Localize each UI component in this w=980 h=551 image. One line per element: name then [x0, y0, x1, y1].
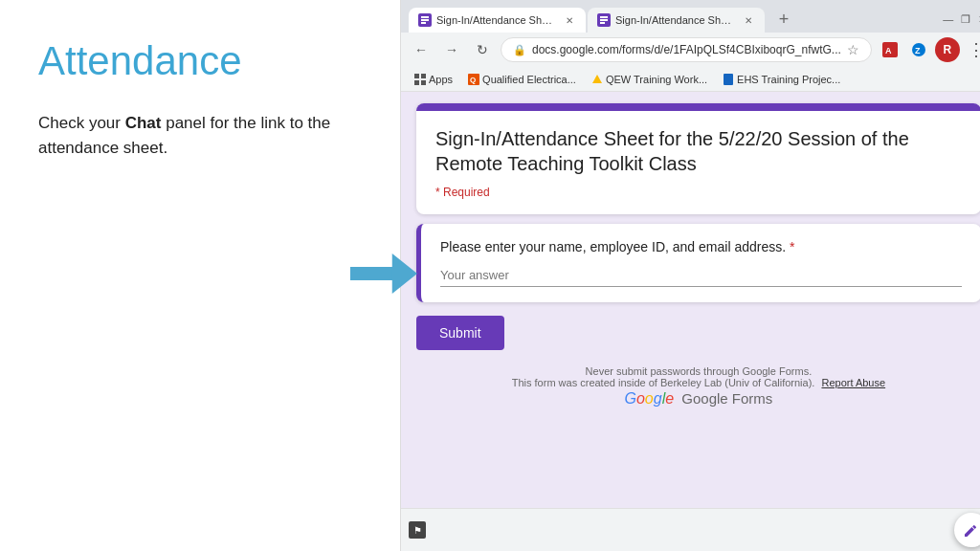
address-text: docs.google.com/forms/d/e/1FAIpQLSf4CBIx… [532, 43, 841, 56]
svg-text:Q: Q [470, 76, 476, 84]
more-options-button[interactable]: ⋮ [964, 37, 980, 62]
svg-rect-7 [600, 22, 605, 24]
left-panel: Attendance Check your Chat panel for the… [0, 0, 400, 551]
back-button[interactable]: ← [409, 37, 434, 62]
svg-rect-13 [421, 74, 426, 78]
toolbar-icons: A Z R ⋮ [878, 37, 980, 62]
form-title: Sign-In/Attendance Sheet for the 5/22/20… [435, 126, 962, 176]
browser-panel: Sign-In/Attendance Sheet for th... ✕ Sig… [400, 0, 980, 551]
browser-content: Sign-In/Attendance Sheet for the 5/22/20… [401, 92, 980, 508]
browser-tabs: Sign-In/Attendance Sheet for th... ✕ Sig… [409, 6, 935, 33]
svg-marker-18 [592, 75, 602, 83]
svg-rect-4 [421, 22, 426, 24]
svg-rect-6 [600, 19, 608, 21]
svg-rect-0 [350, 267, 394, 280]
svg-rect-15 [421, 80, 426, 85]
tab-close-1[interactable]: ✕ [563, 13, 576, 27]
bookmarks-bar: Apps Q Qualified Electrica... QEW Traini… [401, 68, 980, 92]
forward-button[interactable]: → [439, 37, 464, 62]
svg-rect-2 [421, 16, 429, 18]
svg-rect-3 [421, 19, 429, 21]
pencil-icon [963, 521, 980, 539]
minimize-button[interactable]: — [943, 13, 954, 25]
bottom-bar: ⚑ [401, 508, 980, 551]
right-arrow-icon [350, 253, 417, 295]
browser-titlebar: Sign-In/Attendance Sheet for th... ✕ Sig… [401, 0, 980, 33]
footer-warning: Never submit passwords through Google Fo… [416, 365, 980, 377]
svg-marker-1 [392, 253, 417, 294]
address-bar[interactable]: 🔒 docs.google.com/forms/d/e/1FAIpQLSf4CB… [501, 37, 872, 62]
bookmark-electrical[interactable]: Q Qualified Electrica... [462, 72, 582, 87]
page-title: Attendance [38, 38, 371, 84]
new-tab-button[interactable]: + [770, 6, 797, 33]
svg-rect-19 [724, 74, 733, 85]
lock-icon: 🔒 [513, 44, 526, 56]
bookmark-star-icon[interactable]: ☆ [847, 42, 859, 57]
question-card: Please enter your name, employee ID, and… [416, 224, 980, 302]
submit-button[interactable]: Submit [416, 316, 504, 350]
svg-text:A: A [885, 46, 892, 55]
browser-tab-2[interactable]: Sign-In/Attendance Sheet for th... ✕ [588, 8, 765, 33]
user-avatar[interactable]: R [935, 37, 960, 62]
form-footer: Never submit passwords through Google Fo… [416, 364, 980, 411]
bookmark-qew[interactable]: QEW Training Work... [586, 72, 713, 87]
reload-button[interactable]: ↻ [470, 37, 495, 62]
bookmark-apps[interactable]: Apps [409, 72, 458, 87]
footer-info: This form was created inside of Berkeley… [416, 377, 980, 388]
bookmark-doc-icon [723, 74, 734, 85]
question-label: Please enter your name, employee ID, and… [440, 239, 962, 254]
question-required-marker: * [790, 239, 794, 254]
apps-icon [414, 74, 426, 85]
report-abuse-link[interactable]: Report Abuse [821, 377, 885, 388]
tab-label-2: Sign-In/Attendance Sheet for th... [615, 14, 737, 26]
drive-icon [591, 74, 603, 85]
submit-section: Submit [416, 312, 980, 354]
form-card-body: Sign-In/Attendance Sheet for the 5/22/20… [416, 111, 980, 214]
arrow-container [350, 253, 417, 298]
bookmark-ehs[interactable]: EHS Training Projec... [717, 72, 846, 87]
browser-addressbar: ← → ↻ 🔒 docs.google.com/forms/d/e/1FAIpQ… [401, 33, 980, 68]
google-forms-logo: Google Google Forms [416, 390, 980, 408]
tab-icon-2 [597, 13, 611, 27]
acrobat-icon[interactable]: A [878, 37, 902, 62]
tab-close-2[interactable]: ✕ [742, 13, 755, 27]
maximize-button[interactable]: ❐ [960, 13, 971, 25]
form-header-card: Sign-In/Attendance Sheet for the 5/22/20… [416, 103, 980, 214]
browser-tab-1[interactable]: Sign-In/Attendance Sheet for th... ✕ [409, 8, 586, 33]
extension-icon-1[interactable]: Z [906, 37, 931, 62]
tab-label-1: Sign-In/Attendance Sheet for th... [436, 14, 558, 26]
form-card-accent-bar [416, 103, 980, 111]
svg-rect-12 [414, 74, 419, 78]
electrical-icon: Q [468, 74, 479, 85]
form-required-label: * Required [435, 186, 962, 199]
svg-text:Z: Z [915, 46, 921, 55]
window-controls: — ❐ ✕ [935, 13, 980, 25]
svg-rect-14 [414, 80, 419, 85]
tab-icon-1 [418, 13, 432, 27]
svg-rect-5 [600, 16, 608, 18]
attendance-description: Check your Chat panel for the link to th… [38, 111, 371, 160]
answer-input[interactable] [440, 264, 962, 287]
edit-fab-button[interactable] [954, 513, 980, 547]
flag-button[interactable]: ⚑ [409, 521, 426, 539]
